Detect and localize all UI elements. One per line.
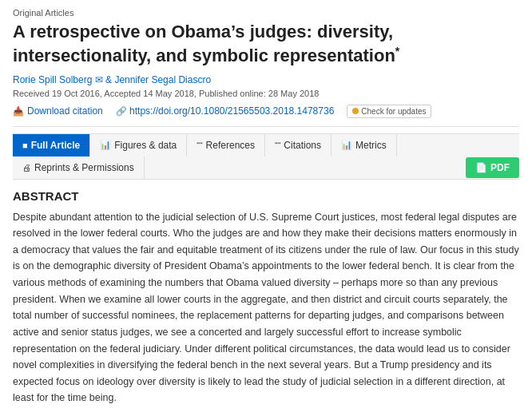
tab-full-article[interactable]: ■ Full Article — [13, 134, 90, 156]
tab-reprints-permissions[interactable]: 🖨 Reprints & Permissions — [13, 156, 145, 179]
main-container: Original Articles A retrospective on Oba… — [0, 0, 532, 412]
divider — [13, 126, 519, 127]
download-icon: 📥 — [13, 106, 24, 117]
citations-icon: ““ — [275, 141, 280, 150]
figures-icon: 📊 — [100, 140, 111, 150]
pdf-label: PDF — [490, 162, 510, 173]
publication-dates: Received 19 Oct 2016, Accepted 14 May 20… — [13, 89, 519, 98]
section-label: Original Articles — [13, 8, 519, 18]
authors: Rorie Spill Solberg ✉ & Jennifer Segal D… — [13, 74, 519, 85]
tab-figures-data[interactable]: 📊 Figures & data — [90, 134, 187, 156]
doi-icon: 🔗 — [116, 106, 127, 116]
full-article-icon: ■ — [22, 141, 28, 150]
tab-figures-data-label: Figures & data — [114, 140, 177, 151]
tab-references-label: References — [206, 140, 255, 151]
author-link[interactable]: Rorie Spill Solberg ✉ & Jennifer Segal D… — [13, 74, 211, 85]
abstract-title: ABSTRACT — [13, 189, 519, 203]
reprints-icon: 🖨 — [22, 163, 31, 172]
references-icon: ““ — [197, 141, 202, 150]
tab-bar: ■ Full Article 📊 Figures & data ““ Refer… — [13, 133, 519, 180]
metrics-icon: 📊 — [341, 140, 352, 150]
download-citation-link[interactable]: 📥 Download citation — [13, 105, 103, 117]
doi-link[interactable]: 🔗 https://doi.org/10.1080/21565503.2018.… — [116, 105, 335, 117]
tab-metrics[interactable]: 📊 Metrics — [332, 134, 397, 156]
abstract-text: Despite abundant attention to the judici… — [13, 209, 519, 407]
check-updates-dot — [352, 108, 359, 114]
tab-metrics-label: Metrics — [355, 140, 387, 151]
tab-reprints-label: Reprints & Permissions — [34, 162, 134, 173]
tab-references[interactable]: ““ References — [187, 134, 265, 156]
tab-full-article-label: Full Article — [31, 140, 81, 151]
action-row: 📥 Download citation 🔗 https://doi.org/10… — [13, 105, 519, 118]
pdf-icon: 📄 — [475, 162, 487, 173]
pdf-button[interactable]: 📄 PDF — [466, 157, 519, 178]
article-title: A retrospective on Obama’s judges: diver… — [13, 21, 519, 68]
tab-citations[interactable]: ““ Citations — [265, 134, 332, 156]
check-updates-badge[interactable]: Check for updates — [347, 105, 431, 118]
tab-citations-label: Citations — [284, 140, 321, 151]
